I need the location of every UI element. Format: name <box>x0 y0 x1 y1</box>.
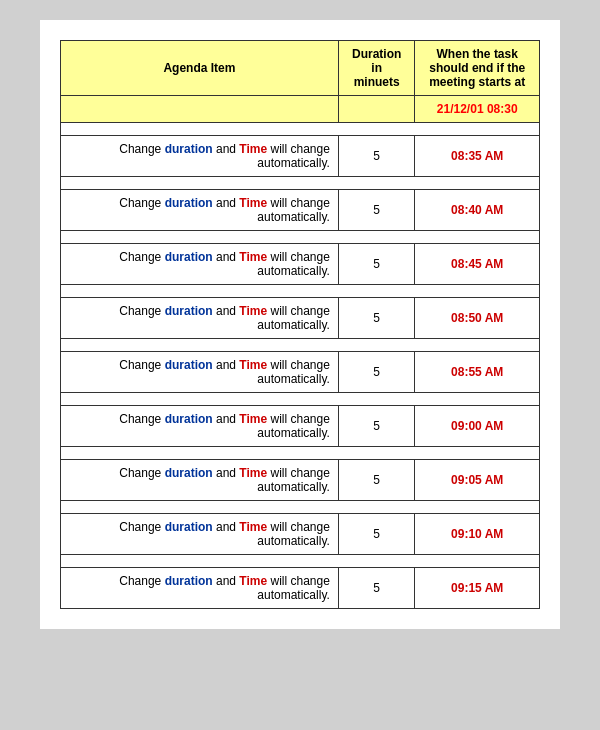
agenda-table: Agenda Item Duration in minuets When the… <box>60 40 540 609</box>
table-row: Change duration and Time will change aut… <box>61 190 540 231</box>
agenda-cell: Change duration and Time will change aut… <box>61 514 339 555</box>
time-cell: 08:55 AM <box>415 352 540 393</box>
time-cell: 08:45 AM <box>415 244 540 285</box>
duration-cell: 5 <box>338 298 415 339</box>
agenda-cell: Change duration and Time will change aut… <box>61 136 339 177</box>
duration-header: Duration in minuets <box>338 41 415 96</box>
agenda-cell: Change duration and Time will change aut… <box>61 244 339 285</box>
time-cell: 08:35 AM <box>415 136 540 177</box>
time-cell: 09:10 AM <box>415 514 540 555</box>
duration-cell: 5 <box>338 406 415 447</box>
table-row: Change duration and Time will change aut… <box>61 352 540 393</box>
table-row: Change duration and Time will change aut… <box>61 406 540 447</box>
agenda-cell: Change duration and Time will change aut… <box>61 190 339 231</box>
duration-cell: 5 <box>338 352 415 393</box>
table-row: Change duration and Time will change aut… <box>61 460 540 501</box>
duration-cell: 5 <box>338 514 415 555</box>
page-container: Agenda Item Duration in minuets When the… <box>40 20 560 629</box>
agenda-cell: Change duration and Time will change aut… <box>61 406 339 447</box>
table-row: Change duration and Time will change aut… <box>61 136 540 177</box>
time-cell: 08:50 AM <box>415 298 540 339</box>
time-cell: 09:15 AM <box>415 568 540 609</box>
table-row: Change duration and Time will change aut… <box>61 244 540 285</box>
table-row: Change duration and Time will change aut… <box>61 298 540 339</box>
time-cell: 09:05 AM <box>415 460 540 501</box>
time-cell: 08:40 AM <box>415 190 540 231</box>
table-row: Change duration and Time will change aut… <box>61 568 540 609</box>
time-cell: 09:00 AM <box>415 406 540 447</box>
duration-cell: 5 <box>338 568 415 609</box>
duration-cell: 5 <box>338 136 415 177</box>
date-duration-cell <box>338 96 415 123</box>
date-agenda-cell <box>61 96 339 123</box>
duration-cell: 5 <box>338 460 415 501</box>
agenda-header: Agenda Item <box>61 41 339 96</box>
agenda-cell: Change duration and Time will change aut… <box>61 460 339 501</box>
agenda-cell: Change duration and Time will change aut… <box>61 568 339 609</box>
agenda-cell: Change duration and Time will change aut… <box>61 352 339 393</box>
agenda-cell: Change duration and Time will change aut… <box>61 298 339 339</box>
duration-cell: 5 <box>338 190 415 231</box>
table-row: Change duration and Time will change aut… <box>61 514 540 555</box>
when-header: When the task should end if the meeting … <box>415 41 540 96</box>
duration-cell: 5 <box>338 244 415 285</box>
start-date: 21/12/01 08:30 <box>415 96 540 123</box>
